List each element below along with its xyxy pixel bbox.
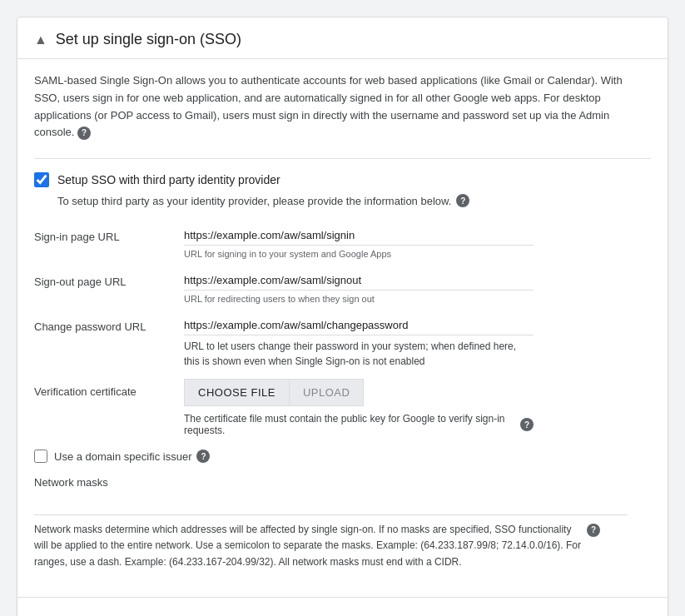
- cert-field: CHOOSE FILE UPLOAD The certificate file …: [184, 379, 651, 436]
- cert-label: Verification certificate: [34, 379, 184, 398]
- sub-description-help-icon[interactable]: ?: [456, 194, 469, 207]
- sso-form: Sign-in page URL URL for signing in to y…: [34, 224, 651, 436]
- sign-in-url-field: URL for signing in to your system and Go…: [184, 224, 651, 259]
- card-footer: DISCARD CHANGES SAVE CHANGES: [17, 597, 668, 616]
- card-header: ▲ Set up single sign-on (SSO): [17, 17, 668, 59]
- sso-description: SAML-based Single Sign-On allows you to …: [34, 72, 651, 142]
- cert-row: Verification certificate CHOOSE FILE UPL…: [34, 379, 651, 436]
- collapse-icon[interactable]: ▲: [34, 32, 47, 47]
- description-help-icon[interactable]: ?: [77, 127, 91, 140]
- network-masks-help-icon[interactable]: ?: [587, 524, 600, 537]
- domain-issuer-label[interactable]: Use a domain specific issuer ?: [54, 450, 210, 463]
- sign-out-url-label: Sign-out page URL: [34, 269, 184, 288]
- network-masks-section: Network masks Network masks determine wh…: [34, 476, 651, 570]
- choose-file-button[interactable]: CHOOSE FILE: [184, 379, 289, 406]
- domain-issuer-checkbox[interactable]: [34, 450, 47, 463]
- sign-in-url-hint: URL for signing in to your system and Go…: [184, 249, 534, 259]
- network-masks-label: Network masks: [34, 476, 651, 489]
- network-masks-input[interactable]: [34, 495, 628, 515]
- change-password-url-row: Change password URL URL to let users cha…: [34, 314, 651, 369]
- change-password-url-input[interactable]: [184, 314, 534, 335]
- sign-out-url-input[interactable]: [184, 269, 534, 291]
- section-divider: [34, 158, 651, 159]
- sign-out-url-hint: URL for redirecting users to when they s…: [184, 294, 534, 304]
- change-password-url-label: Change password URL: [34, 314, 184, 333]
- sso-card: ▲ Set up single sign-on (SSO) SAML-based…: [17, 17, 668, 616]
- change-password-url-hint: URL to let users change their password i…: [184, 339, 534, 369]
- card-body: SAML-based Single Sign-On allows you to …: [17, 59, 668, 584]
- sign-out-url-field: URL for redirecting users to when they s…: [184, 269, 651, 304]
- sso-checkbox-label[interactable]: Setup SSO with third party identity prov…: [57, 173, 280, 186]
- network-masks-hint: Network masks determine which addresses …: [34, 522, 600, 570]
- save-changes-button[interactable]: SAVE CHANGES: [561, 608, 651, 616]
- cert-buttons: CHOOSE FILE UPLOAD: [184, 379, 651, 406]
- domain-issuer-help-icon[interactable]: ?: [196, 450, 210, 463]
- sso-checkbox[interactable]: [34, 172, 49, 187]
- sso-checkbox-row: Setup SSO with third party identity prov…: [34, 172, 651, 187]
- sign-in-url-input[interactable]: [184, 224, 534, 246]
- cert-help-icon[interactable]: ?: [520, 418, 534, 431]
- sign-out-url-row: Sign-out page URL URL for redirecting us…: [34, 269, 651, 304]
- domain-issuer-row: Use a domain specific issuer ?: [34, 450, 651, 463]
- discard-changes-button[interactable]: DISCARD CHANGES: [429, 608, 541, 616]
- page-title: Set up single sign-on (SSO): [56, 31, 241, 48]
- sign-in-url-label: Sign-in page URL: [34, 224, 184, 243]
- change-password-url-field: URL to let users change their password i…: [184, 314, 651, 369]
- upload-button[interactable]: UPLOAD: [289, 379, 364, 406]
- cert-hint: The certificate file must contain the pu…: [184, 413, 534, 436]
- sign-in-url-row: Sign-in page URL URL for signing in to y…: [34, 224, 651, 259]
- sso-sub-description: To setup third party as your identity pr…: [57, 194, 651, 207]
